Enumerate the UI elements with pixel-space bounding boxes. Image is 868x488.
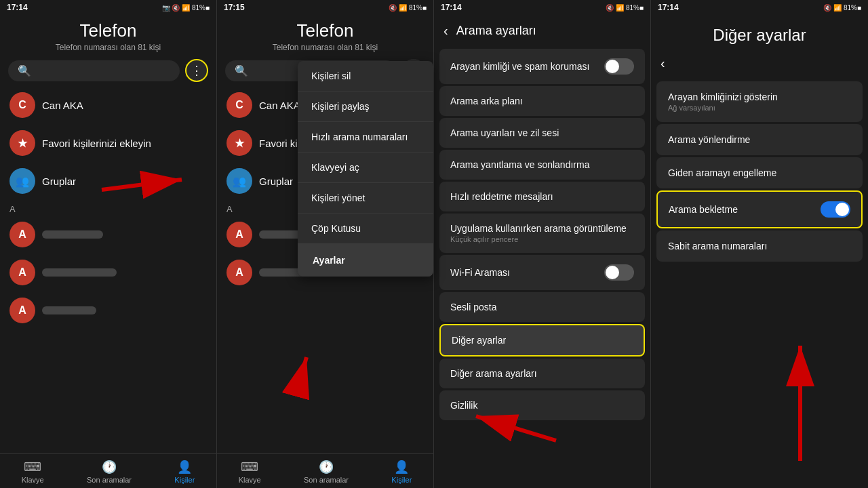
dropdown-kisiler-yonet[interactable]: Kişileri yönet	[298, 183, 433, 214]
nav-kisiler-2[interactable]: 👤 Kişiler	[386, 460, 417, 484]
contact-name-groups-1: Gruplar	[42, 176, 76, 187]
diger-list: Arayan kimliğinizi gösterin Ağ varsayıla…	[651, 77, 868, 488]
nav-icon-kisiler-1: 👤	[177, 460, 192, 474]
phone-subtitle-2: Telefon numarası olan 81 kişi	[217, 43, 433, 52]
avatar-can-aka-1: C	[9, 92, 35, 118]
toggle-arama-bekletme[interactable]	[821, 201, 850, 218]
status-icons-2: 🔇 📶 81%■	[389, 4, 427, 12]
bottom-nav-1: ⌨ Klavye 🕐 Son aramalar 👤 Kişiler	[0, 453, 216, 488]
diger-title: Diğer ayarlar	[651, 15, 868, 50]
diger-row-arayan-kimligi[interactable]: Arayan kimliğinizi gösterin Ağ varsayıla…	[656, 81, 863, 122]
status-bar-2: 17:15 🔇 📶 81%■	[217, 0, 433, 15]
diger-row-giden-arama[interactable]: Giden aramayı engelleme	[656, 157, 863, 188]
contact-row-groups-1[interactable]: 👥 Gruplar	[5, 162, 211, 200]
settings-heading-3: Arama ayarları	[456, 24, 536, 38]
setting-arama-uyarilari[interactable]: Arama uyarıları ve zil sesi	[439, 118, 645, 148]
panel-diger-ayarlar: 17:14 🔇 📶 81%■ Diğer ayarlar ‹ Arayan ki…	[651, 0, 868, 488]
blurred-avatar-2a: A	[226, 222, 252, 247]
search-bar-1[interactable]: 🔍	[8, 60, 180, 81]
toggle-wifi[interactable]	[604, 264, 634, 281]
dropdown-cop-kutusu[interactable]: Çöp Kutusu	[298, 214, 433, 244]
nav-son-2[interactable]: 🕐 Son aramalar	[298, 460, 354, 484]
time-3: 17:14	[441, 3, 462, 12]
menu-button-1[interactable]: ⋮	[185, 59, 208, 82]
dropdown-menu: Kişileri sil Kişileri paylaş Hızlı arama…	[298, 61, 433, 277]
setting-arama-yanitlama[interactable]: Arama yanıtlama ve sonlandırma	[439, 150, 645, 180]
blurred-name-1c	[42, 306, 96, 314]
time-1: 17:14	[7, 3, 28, 12]
status-icons-4: 🔇 📶 81%■	[823, 4, 861, 12]
setting-diger-arama[interactable]: Diğer arama ayarları	[439, 359, 645, 388]
avatar-favorites-1: ★	[9, 130, 35, 156]
contact-row-favorites-1[interactable]: ★ Favori kişilerinizi ekleyin	[5, 124, 211, 162]
bottom-nav-2: ⌨ Klavye 🕐 Son aramalar 👤 Kişiler	[217, 453, 433, 488]
back-button-3[interactable]: ‹	[443, 23, 448, 39]
diger-back-button[interactable]: ‹	[651, 50, 868, 77]
setting-label-arayan: Arayan kimliği ve spam koruması	[450, 61, 604, 72]
setting-uygulama-kullanim[interactable]: Uygulama kullanırken arama görüntüleme K…	[439, 214, 645, 253]
panel-phone-2: 17:15 🔇 📶 81%■ Telefon Telefon numarası …	[217, 0, 434, 488]
avatar-groups-2: 👥	[226, 168, 252, 194]
avatar-can-aka-2: C	[226, 92, 252, 118]
nav-icon-klavye-1: ⌨	[24, 460, 41, 474]
avatar-favorites-2: ★	[226, 130, 252, 156]
status-icons-3: 🔇 📶 81%■	[606, 4, 644, 12]
search-input-1[interactable]	[37, 65, 170, 76]
contact-row-can-aka-1[interactable]: C Can AKA	[5, 86, 211, 124]
setting-wifi-aramasi[interactable]: Wi-Fi Araması	[439, 255, 645, 290]
setting-hizli-reddetme[interactable]: Hızlı reddetme mesajları	[439, 182, 645, 211]
setting-diger-ayarlar[interactable]: Diğer ayarlar	[439, 324, 645, 357]
panel-phone-1: 17:14 📷 🔇 📶 81%■ Telefon Telefon numaras…	[0, 0, 217, 488]
contact-name-favorites-1: Favori kişilerinizi ekleyin	[42, 138, 151, 149]
dropdown-hizli-arama[interactable]: Hızlı arama numaraları	[298, 122, 433, 152]
status-bar-1: 17:14 📷 🔇 📶 81%■	[0, 0, 216, 15]
nav-klavye-1[interactable]: ⌨ Klavye	[16, 460, 50, 484]
panel-call-settings: 17:14 🔇 📶 81%■ ‹ Arama ayarları Arayan k…	[434, 0, 651, 488]
phone-header-2: Telefon Telefon numarası olan 81 kişi	[217, 15, 433, 55]
contact-name-can-aka-1: Can AKA	[42, 100, 83, 111]
setting-label-diger: Diğer ayarlar	[452, 335, 633, 346]
settings-title-3: ‹ Arama ayarları	[434, 15, 650, 44]
nav-label-son-1: Son aramalar	[87, 476, 132, 484]
nav-klavye-2[interactable]: ⌨ Klavye	[233, 460, 267, 484]
diger-row-sabit-arama[interactable]: Sabit arama numaraları	[656, 230, 863, 262]
diger-row-arama-yonlendirme[interactable]: Arama yönlendirme	[656, 124, 863, 155]
contact-name-can-aka-2: Can AKA	[259, 100, 300, 111]
settings-list-3: Arayan kimliği ve spam koruması Arama ar…	[434, 44, 650, 488]
status-bar-3: 17:14 🔇 📶 81%■	[434, 0, 650, 15]
search-icon-1: 🔍	[18, 64, 31, 77]
setting-arayan-kimligi[interactable]: Arayan kimliği ve spam koruması	[439, 49, 645, 84]
phone-title-1: Telefon	[0, 20, 216, 41]
nav-label-kisiler-1: Kişiler	[174, 476, 195, 484]
dropdown-kisiler-sil[interactable]: Kişileri sil	[298, 61, 433, 92]
setting-arama-arka-plani[interactable]: Arama arka planı	[439, 86, 645, 116]
setting-sesli-posta[interactable]: Sesli posta	[439, 292, 645, 322]
blurred-row-1b: A	[5, 253, 211, 291]
blurred-avatar-1a: A	[9, 222, 35, 247]
blurred-avatar-1c: A	[9, 298, 35, 323]
dropdown-klavyeyi-ac[interactable]: Klavyeyi aç	[298, 152, 433, 183]
time-2: 17:15	[224, 3, 245, 12]
phone-subtitle-1: Telefon numarası olan 81 kişi	[0, 43, 216, 52]
blurred-avatar-2b: A	[226, 260, 252, 285]
contact-name-groups-2: Gruplar	[259, 176, 293, 187]
dropdown-kisiler-paylas[interactable]: Kişileri paylaş	[298, 92, 433, 122]
contact-list-1: C Can AKA ★ Favori kişilerinizi ekleyin …	[0, 86, 216, 453]
blurred-row-1c: A	[5, 291, 211, 329]
setting-gizlilik[interactable]: Gizlilik	[439, 390, 645, 420]
avatar-groups-1: 👥	[9, 168, 35, 194]
nav-kisiler-1[interactable]: 👤 Kişiler	[169, 460, 200, 484]
blurred-name-1a	[42, 230, 103, 239]
status-icons-1: 📷 🔇 📶 81%■	[162, 4, 210, 12]
blurred-row-1a: A	[5, 216, 211, 253]
nav-icon-son-1: 🕐	[102, 460, 117, 474]
dropdown-ayarlar[interactable]: Ayarlar	[298, 244, 433, 277]
diger-row-arama-bekletme[interactable]: Arama bekletme	[656, 190, 863, 228]
toggle-arayan-kimligi[interactable]	[604, 58, 634, 75]
blurred-name-1b	[42, 268, 117, 277]
time-4: 17:14	[658, 3, 679, 12]
nav-son-1[interactable]: 🕐 Son aramalar	[81, 460, 137, 484]
phone-title-2: Telefon	[217, 20, 433, 41]
blurred-avatar-1b: A	[9, 260, 35, 285]
search-icon-2: 🔍	[235, 64, 248, 77]
